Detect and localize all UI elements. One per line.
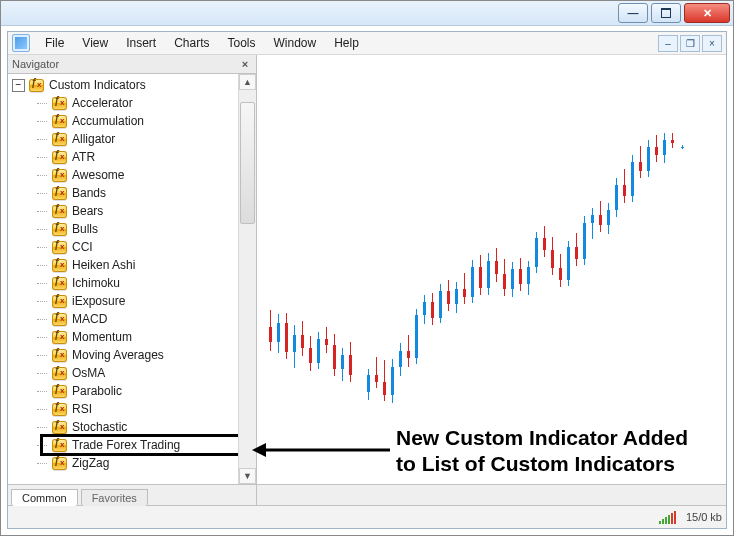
candle <box>325 327 328 353</box>
tree-root-custom-indicators[interactable]: − Custom Indicators <box>12 76 238 94</box>
menu-window[interactable]: Window <box>265 34 326 52</box>
indicator-icon <box>52 205 67 218</box>
candle <box>495 248 498 282</box>
tree-item[interactable]: ATR <box>12 148 238 166</box>
inner-window: FileViewInsertChartsToolsWindowHelp – ❐ … <box>7 31 727 529</box>
candle <box>471 260 474 303</box>
tree-branch-icon <box>32 373 52 374</box>
mdi-close-button[interactable]: × <box>702 35 722 52</box>
tree-item[interactable]: Accelerator <box>12 94 238 112</box>
tree-item[interactable]: Moving Averages <box>12 346 238 364</box>
tree-item[interactable]: Heiken Ashi <box>12 256 238 274</box>
candle <box>631 155 634 202</box>
collapse-icon[interactable]: − <box>12 79 25 92</box>
menu-insert[interactable]: Insert <box>117 34 165 52</box>
candle <box>375 357 378 388</box>
tree-item-label: Momentum <box>71 330 132 344</box>
tree-branch-icon <box>32 463 52 464</box>
tree-item-label: Moving Averages <box>71 348 164 362</box>
status-bar: 15/0 kb <box>8 505 726 528</box>
navigator-tabs: Common Favorites <box>8 484 256 505</box>
indicator-icon <box>52 115 67 128</box>
menu-charts[interactable]: Charts <box>165 34 218 52</box>
tree-item[interactable]: Stochastic <box>12 418 238 436</box>
tree-item[interactable]: Parabolic <box>12 382 238 400</box>
close-button[interactable]: ✕ <box>684 3 730 23</box>
tree-item-label: Accumulation <box>71 114 144 128</box>
candle <box>559 254 562 287</box>
candle <box>591 208 594 239</box>
indicator-icon <box>52 133 67 146</box>
tree-item-label: CCI <box>71 240 93 254</box>
candle <box>463 273 466 304</box>
menu-help[interactable]: Help <box>325 34 368 52</box>
tree-branch-icon <box>32 409 52 410</box>
indicator-icon <box>52 187 67 200</box>
tree-item[interactable]: ZigZag <box>12 454 238 472</box>
tab-favorites[interactable]: Favorites <box>81 489 148 506</box>
scroll-down-button[interactable]: ▼ <box>239 468 256 484</box>
menu-view[interactable]: View <box>73 34 117 52</box>
mdi-minimize-button[interactable]: – <box>658 35 678 52</box>
tree-item[interactable]: Accumulation <box>12 112 238 130</box>
annotation-line2: to List of Custom Indicators <box>396 451 688 477</box>
tree-item-label: Alligator <box>71 132 115 146</box>
scroll-up-button[interactable]: ▲ <box>239 74 256 90</box>
tree-item[interactable]: iExposure <box>12 292 238 310</box>
maximize-button[interactable] <box>651 3 681 23</box>
app-icon <box>12 34 30 52</box>
scroll-thumb[interactable] <box>240 102 255 224</box>
candle <box>301 321 304 356</box>
candlestick-chart[interactable] <box>257 55 726 484</box>
tree-branch-icon <box>32 103 52 104</box>
candle <box>399 343 402 376</box>
indicator-icon <box>52 151 67 164</box>
tree-branch-icon <box>32 211 52 212</box>
tree-item[interactable]: MACD <box>12 310 238 328</box>
candle <box>615 178 618 217</box>
menu-file[interactable]: File <box>36 34 73 52</box>
indicator-icon <box>52 421 67 434</box>
navigator-tree[interactable]: − Custom Indicators AcceleratorAccumulat… <box>8 74 238 484</box>
tree-item-label: Trade Forex Trading <box>71 438 180 452</box>
candle <box>639 146 642 178</box>
status-kb: 15/0 kb <box>686 511 722 523</box>
navigator-scrollbar[interactable]: ▲ ▼ <box>238 74 256 484</box>
minimize-button[interactable]: — <box>618 3 648 23</box>
indicator-icon <box>52 385 67 398</box>
candle <box>607 203 610 234</box>
candle <box>407 335 410 367</box>
menu-tools[interactable]: Tools <box>219 34 265 52</box>
tree-item[interactable]: Alligator <box>12 130 238 148</box>
tree-item[interactable]: OsMA <box>12 364 238 382</box>
candle <box>623 169 626 203</box>
tree-item-label: Bands <box>71 186 106 200</box>
tree-item[interactable]: Bulls <box>12 220 238 238</box>
tree-item[interactable]: Trade Forex Trading <box>12 436 238 454</box>
indicator-icon <box>52 169 67 182</box>
tree-branch-icon <box>32 445 52 446</box>
tree-root-label: Custom Indicators <box>48 78 146 92</box>
tree-item[interactable]: Ichimoku <box>12 274 238 292</box>
indicator-icon <box>29 79 44 92</box>
navigator-close-button[interactable]: × <box>238 57 252 71</box>
tree-item[interactable]: CCI <box>12 238 238 256</box>
indicator-icon <box>52 241 67 254</box>
tree-item[interactable]: Awesome <box>12 166 238 184</box>
tree-item[interactable]: Bands <box>12 184 238 202</box>
tree-item-label: Heiken Ashi <box>71 258 135 272</box>
tree-branch-icon <box>32 247 52 248</box>
tree-item-label: Accelerator <box>71 96 133 110</box>
mdi-restore-button[interactable]: ❐ <box>680 35 700 52</box>
tab-common[interactable]: Common <box>11 489 78 506</box>
navigator-panel: Navigator × − Custom Indicators Accelera… <box>8 55 257 505</box>
tree-item[interactable]: Momentum <box>12 328 238 346</box>
indicator-icon <box>52 403 67 416</box>
annotation-arrow <box>252 436 392 464</box>
indicator-icon <box>52 223 67 236</box>
candle <box>503 259 506 296</box>
tree-item[interactable]: Bears <box>12 202 238 220</box>
tree-branch-icon <box>32 319 52 320</box>
tree-item-label: OsMA <box>71 366 105 380</box>
tree-item[interactable]: RSI <box>12 400 238 418</box>
